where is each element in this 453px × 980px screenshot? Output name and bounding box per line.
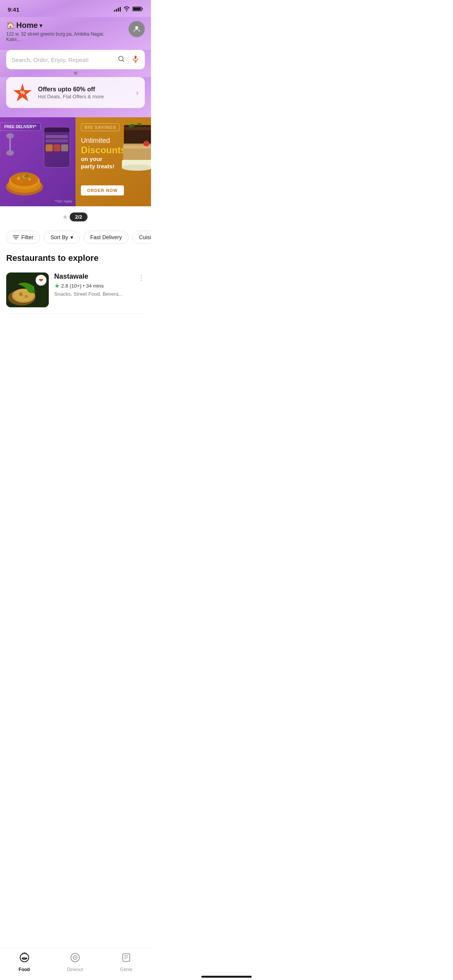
svg-point-39 bbox=[19, 292, 23, 296]
filter-row: Filter Sort By ▾ Fast Delivery Cuisines … bbox=[0, 228, 151, 250]
profile-avatar[interactable] bbox=[129, 21, 145, 37]
svg-point-18 bbox=[6, 133, 14, 139]
search-bar[interactable]: Search, Order, Enjoy, Repeat! bbox=[6, 50, 145, 69]
svg-point-16 bbox=[21, 180, 23, 183]
home-icon: 🏠 bbox=[6, 21, 15, 30]
favorite-heart-icon[interactable]: ❤ bbox=[36, 275, 46, 286]
cuisine-text: Snacks, Street Food, Bevera... bbox=[54, 291, 145, 297]
search-icon bbox=[117, 55, 125, 65]
percent-sign: % bbox=[20, 89, 25, 96]
mic-icon[interactable] bbox=[132, 55, 139, 65]
offer-section: % Offers upto 60% off Hot Deals, Flat Of… bbox=[0, 77, 151, 117]
offer-text: Offers upto 60% off Hot Deals, Flat Offe… bbox=[38, 86, 130, 99]
phone-mockup bbox=[44, 127, 70, 168]
svg-point-13 bbox=[17, 177, 20, 180]
search-divider bbox=[128, 55, 129, 64]
status-bar: 9:41 bbox=[0, 0, 151, 17]
offer-title: Offers upto 60% off bbox=[38, 86, 130, 93]
filter-chip-sort[interactable]: Sort By ▾ bbox=[44, 231, 80, 244]
svg-point-40 bbox=[25, 295, 28, 298]
restaurant-info: Nastawale ★ 2.8 (10+) • 34 mins Snacks, … bbox=[54, 272, 145, 307]
address-text: 122 w, 32 street greens burg pa, Ambika … bbox=[6, 31, 115, 42]
free-delivery-badge: FREE DELIVERY* bbox=[0, 123, 41, 131]
svg-line-4 bbox=[123, 60, 124, 62]
signal-icon bbox=[114, 7, 121, 12]
promo-right-text: Unlimited Discounts on your party treats… bbox=[81, 137, 126, 170]
section-title: Restaurants to explore bbox=[6, 253, 145, 263]
offer-subtitle: Hot Deals, Flat Offers & more bbox=[38, 94, 130, 99]
svg-rect-5 bbox=[135, 55, 137, 59]
location-section[interactable]: 🏠 Home ▾ 122 w, 32 street greens burg pa… bbox=[6, 21, 129, 42]
status-icons bbox=[114, 6, 143, 13]
promo-card-free-delivery[interactable]: FREE DELIVERY* bbox=[0, 117, 76, 206]
more-options-icon[interactable]: ⋮ bbox=[138, 273, 145, 282]
chevron-down-icon: ▾ bbox=[39, 22, 42, 29]
restaurant-name: Nastawale bbox=[54, 272, 145, 281]
pagination-row: 2/2 bbox=[0, 206, 151, 228]
svg-rect-19 bbox=[9, 138, 11, 151]
page-dot-active[interactable]: 2/2 bbox=[70, 212, 88, 221]
battery-icon bbox=[132, 6, 143, 13]
offer-arrow-icon: › bbox=[136, 88, 139, 97]
rating-row: ★ 2.8 (10+) • 34 mins bbox=[54, 282, 145, 290]
utensil-decoration bbox=[5, 133, 15, 158]
restaurant-card[interactable]: ❤ Nastawale ★ 2.8 (10+) • 34 mins Snacks… bbox=[6, 269, 145, 314]
big-savings-badge: BIG SAVINGS bbox=[81, 123, 120, 131]
header: 🏠 Home ▾ 122 w, 32 street greens burg pa… bbox=[0, 17, 151, 50]
unlimited-text: Unlimited bbox=[81, 137, 126, 145]
food-bowl-visual bbox=[3, 164, 46, 199]
home-label-text: Home bbox=[16, 21, 38, 30]
wifi-icon bbox=[123, 6, 130, 13]
offer-banner[interactable]: % Offers upto 60% off Hot Deals, Flat Of… bbox=[6, 77, 145, 108]
tnc-text: *T&C Apply bbox=[55, 199, 72, 203]
filter-chip-filter[interactable]: Filter bbox=[6, 231, 40, 244]
svg-point-15 bbox=[28, 178, 31, 180]
filter-chip-cuisines[interactable]: Cuisines ▾ bbox=[132, 231, 151, 244]
discounts-text: Discounts bbox=[81, 145, 126, 155]
svg-point-3 bbox=[118, 56, 123, 61]
star-icon: ★ bbox=[54, 282, 60, 290]
status-time: 9:41 bbox=[8, 6, 19, 13]
svg-point-20 bbox=[6, 150, 14, 156]
promo-card-discounts[interactable]: BIG SAVINGS Unlimited Discounts on your … bbox=[76, 117, 151, 206]
sort-chevron-icon: ▾ bbox=[70, 234, 73, 240]
svg-point-2 bbox=[135, 26, 138, 29]
rating-text: 2.8 (10+) • 34 mins bbox=[61, 283, 104, 289]
restaurants-section: Restaurants to explore bbox=[0, 250, 151, 317]
offer-dot bbox=[74, 72, 77, 75]
svg-point-38 bbox=[33, 291, 36, 293]
svg-rect-1 bbox=[133, 7, 141, 10]
restaurant-img-wrap: ❤ bbox=[6, 272, 49, 307]
on-party-text: on your party treats! bbox=[81, 155, 126, 170]
cake-visual bbox=[120, 121, 151, 202]
page-dot-1[interactable] bbox=[63, 216, 67, 219]
filter-chip-fast-delivery[interactable]: Fast Delivery bbox=[84, 231, 129, 244]
search-placeholder: Search, Order, Enjoy, Repeat! bbox=[12, 57, 114, 63]
svg-point-12 bbox=[10, 172, 38, 186]
order-now-button[interactable]: ORDER NOW bbox=[81, 185, 124, 195]
svg-rect-22 bbox=[124, 127, 151, 130]
promo-section: FREE DELIVERY* bbox=[0, 117, 151, 206]
